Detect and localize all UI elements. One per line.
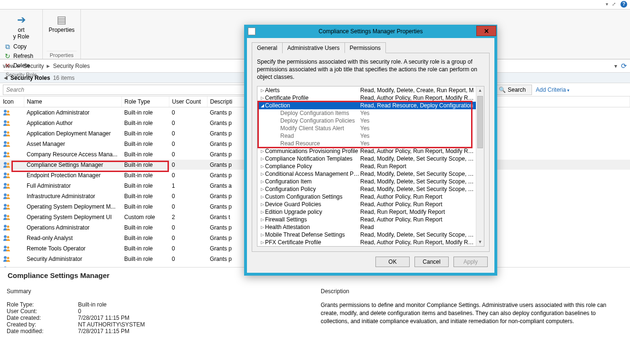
permission-item[interactable]: ▷PFX Certificate ProfileRead, Author Pol…: [257, 239, 476, 246]
kv-roletype-k: Role Type:: [7, 301, 78, 308]
kv-usercount-v: 0: [78, 308, 81, 315]
twisty-icon[interactable]: ▷: [259, 225, 265, 230]
window-controls[interactable]: ▾ ⤢: [606, 1, 616, 7]
permission-subitem[interactable]: ReadYes: [257, 132, 476, 140]
permission-subitem[interactable]: Read ResourceYes: [257, 140, 476, 147]
twisty-icon[interactable]: ◢: [259, 103, 265, 108]
permission-item[interactable]: ▷Mobile Threat Defense SettingsRead, Mod…: [257, 231, 476, 239]
twisty-icon[interactable]: ▷: [259, 240, 265, 245]
breadcrumb-security-roles[interactable]: Security Roles: [53, 63, 89, 69]
permission-item[interactable]: ▷Firewall SettingsRead, Author Policy, R…: [257, 216, 476, 223]
permission-subitem[interactable]: Deploy Configuration PoliciesYes: [257, 117, 476, 125]
role-icon: [3, 255, 10, 263]
permission-name: Compliance Notification Templates: [265, 155, 360, 162]
role-type: Built-in role: [121, 170, 169, 181]
role-name: Remote Tools Operator: [24, 243, 121, 254]
svg-point-19: [7, 204, 10, 207]
permissions-tree[interactable]: ▷AlertsRead, Modify, Delete, Create, Run…: [257, 86, 484, 247]
svg-point-1: [7, 110, 10, 113]
twisty-icon[interactable]: ▷: [259, 217, 265, 222]
permission-value: Read, Modify, Delete, Set Security Scope…: [360, 186, 474, 192]
dialog-titlebar[interactable]: Compliance Settings Manager Properties ✕: [244, 25, 497, 38]
twisty-icon[interactable]: ▷: [259, 172, 265, 176]
permission-item[interactable]: ▷Custom Configuration SettingsRead, Auth…: [257, 193, 476, 201]
permission-name: Certificate Profile: [265, 95, 360, 101]
refresh-button[interactable]: ↻Refresh: [4, 51, 39, 61]
col-icon[interactable]: Icon: [0, 96, 24, 107]
scroll-down-icon[interactable]: ▼: [476, 238, 484, 246]
permission-value: Yes: [360, 140, 474, 147]
import-security-role-button[interactable]: ➔ ort y Role: [4, 11, 39, 42]
col-roletype[interactable]: Role Type: [121, 96, 169, 107]
permission-item[interactable]: ▷Configuration PolicyRead, Modify, Delet…: [257, 185, 476, 193]
svg-point-12: [4, 172, 7, 175]
permission-name: Read Resource: [265, 140, 360, 147]
twisty-icon[interactable]: ▷: [259, 194, 265, 199]
twisty-icon[interactable]: ▷: [259, 202, 265, 207]
close-button[interactable]: ✕: [476, 26, 496, 36]
properties-button[interactable]: ▤ Properties: [47, 11, 77, 35]
add-criteria-button[interactable]: Add Criteria: [534, 86, 570, 93]
permission-value: Read, Modify, Delete, Set Security Scope…: [360, 178, 474, 185]
permission-value: Read, Modify, Delete, Set Security Scope…: [360, 171, 474, 177]
breadcrumb-view[interactable]: view: [3, 63, 14, 69]
svg-point-17: [7, 194, 10, 196]
twisty-icon[interactable]: ▷: [259, 149, 265, 153]
svg-point-15: [7, 183, 10, 186]
role-icon: [3, 192, 10, 200]
dropdown-icon[interactable]: ▾: [614, 63, 617, 69]
role-name: Operations Administrator: [24, 222, 121, 233]
collapse-icon[interactable]: ◀: [4, 75, 8, 80]
svg-point-2: [4, 120, 7, 123]
svg-point-5: [7, 131, 10, 134]
permission-item[interactable]: ▷Compliance PolicyRead, Run Report: [257, 163, 476, 170]
twisty-icon[interactable]: ▷: [259, 164, 265, 169]
permission-subitem[interactable]: Modify Client Status AlertYes: [257, 125, 476, 132]
ok-button[interactable]: OK: [375, 257, 410, 267]
scroll-up-icon[interactable]: ▲: [476, 86, 484, 95]
tab-general[interactable]: General: [252, 42, 283, 53]
permission-item[interactable]: ▷Conditional Access Management ProfilesR…: [257, 170, 476, 178]
breadcrumb-security[interactable]: Security: [23, 63, 44, 69]
role-name: Endpoint Protection Manager: [24, 170, 121, 181]
copy-button[interactable]: ⧉Copy: [4, 42, 39, 51]
col-usercount[interactable]: User Count: [169, 96, 207, 107]
twisty-icon[interactable]: ▷: [259, 88, 265, 93]
twisty-icon[interactable]: ▷: [259, 187, 265, 192]
properties-icon: ▤: [55, 13, 69, 27]
permission-item[interactable]: ▷Edition Upgrade policyRead, Run Report,…: [257, 208, 476, 216]
kv-modified-k: Date modified:: [7, 328, 78, 335]
cancel-button[interactable]: Cancel: [414, 257, 449, 267]
permission-item[interactable]: ▷Communications Provisioning ProfileRead…: [257, 147, 476, 155]
twisty-icon[interactable]: ▷: [259, 96, 265, 100]
permission-item[interactable]: ◢CollectionRead, Read Resource, Deploy C…: [257, 102, 476, 109]
role-icon: [3, 130, 10, 137]
permission-item[interactable]: ▷Compliance Notification TemplatesRead, …: [257, 155, 476, 163]
permission-item[interactable]: ▷Certificate ProfileRead, Author Policy,…: [257, 94, 476, 102]
permission-item[interactable]: ▷Device Guard PoliciesRead, Author Polic…: [257, 201, 476, 208]
search-button[interactable]: 🔍Search: [492, 85, 532, 95]
role-type: Built-in role: [121, 181, 169, 191]
svg-point-31: [7, 267, 10, 268]
refresh-breadcrumb-icon[interactable]: ⟳: [621, 62, 627, 70]
tab-permissions[interactable]: Permissions: [345, 42, 386, 53]
twisty-icon[interactable]: ▷: [259, 179, 265, 184]
twisty-icon[interactable]: ▷: [259, 210, 265, 214]
permission-item[interactable]: ▷Configuration ItemRead, Modify, Delete,…: [257, 178, 476, 185]
permission-name: Edition Upgrade policy: [265, 209, 360, 215]
twisty-icon[interactable]: ▷: [259, 156, 265, 161]
twisty-icon[interactable]: ▷: [259, 232, 265, 237]
permission-subitem[interactable]: Deploy Configuration ItemsYes: [257, 109, 476, 117]
apply-button[interactable]: Apply: [453, 257, 488, 267]
tab-admin-users[interactable]: Administrative Users: [282, 42, 345, 53]
help-icon[interactable]: ?: [620, 1, 627, 8]
permission-name: Custom Configuration Settings: [265, 193, 360, 200]
svg-point-0: [4, 110, 7, 113]
permission-name: Collection: [265, 102, 360, 109]
permission-item[interactable]: ▷AlertsRead, Modify, Delete, Create, Run…: [257, 86, 476, 94]
permissions-scrollbar[interactable]: ▲ ▼: [476, 86, 484, 246]
permission-item[interactable]: ▷Health AttestationRead: [257, 223, 476, 231]
scrollbar-thumb[interactable]: [477, 96, 483, 148]
col-name[interactable]: Name: [24, 96, 121, 107]
role-usercount: 0: [169, 254, 207, 264]
